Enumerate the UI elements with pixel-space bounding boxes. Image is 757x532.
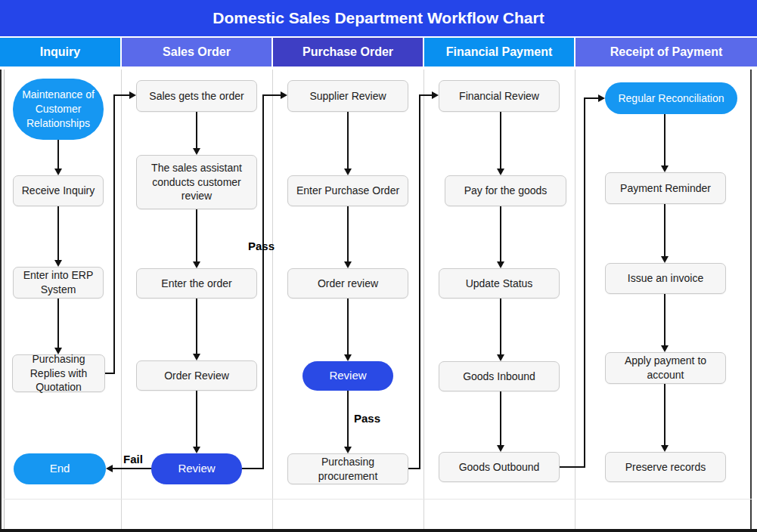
lane-header-financial-payment: Financial Payment — [424, 38, 574, 66]
node-regular-reconciliation[interactable]: Regular Reconciliation — [605, 82, 737, 114]
arrowhead-left — [106, 465, 113, 472]
arrowhead-down — [54, 348, 62, 354]
connector-procurement-to-financial — [419, 94, 420, 469]
node-issue-an-invoice[interactable]: Issue an invoice — [605, 263, 726, 294]
lane-divider — [423, 70, 424, 529]
edge-label-fail: Fail — [123, 453, 143, 466]
node-receive-inquiry[interactable]: Receive Inquiry — [13, 175, 104, 206]
chart-inner-bottom-line — [4, 499, 752, 500]
arrowhead-down — [497, 445, 504, 452]
connector-review-to-supplier — [262, 94, 281, 96]
node-enter-the-order[interactable]: Enter the order — [136, 268, 257, 298]
arrowhead-down — [661, 345, 669, 352]
arrow-line — [500, 298, 501, 355]
arrow-line — [347, 112, 349, 169]
arrow-line — [347, 391, 349, 447]
arrowhead-down — [193, 261, 200, 268]
arrow-line — [196, 209, 197, 262]
node-enter-into-erp-system[interactable]: Enter into ERP System — [13, 267, 104, 298]
node-apply-payment-to-account[interactable]: Apply payment to account — [605, 352, 726, 384]
connector-procurement-to-financial — [419, 94, 433, 96]
page-title: Domestic Sales Department Workflow Chart — [0, 0, 757, 36]
arrow-line — [500, 112, 501, 169]
arrow-line — [500, 391, 501, 446]
connector-review-to-end — [113, 468, 151, 469]
connector-quotation-to-sales — [113, 95, 115, 374]
arrow-line — [196, 391, 197, 447]
connector-outbound-to-reconciliation — [584, 97, 585, 468]
connector-review-to-supplier — [242, 468, 264, 469]
node-update-status[interactable]: Update Status — [439, 268, 560, 298]
arrowhead-down — [54, 260, 62, 267]
arrowhead-down — [344, 261, 352, 268]
arrowhead-down — [497, 169, 504, 175]
arrowhead-down — [344, 354, 352, 361]
lane-divider — [121, 70, 122, 529]
arrow-line — [664, 114, 665, 166]
arrow-line — [664, 294, 665, 346]
node-purchasing-replies-with-quotation[interactable]: Purchasing Replies with Quotation — [12, 354, 105, 392]
node-preserve-records[interactable]: Preserve records — [605, 452, 726, 482]
arrow-line — [664, 384, 665, 446]
node-enter-purchase-order[interactable]: Enter Purchase Order — [287, 175, 408, 206]
node-review-purchase[interactable]: Review — [302, 361, 393, 391]
node-order-review-purchase[interactable]: Order review — [287, 268, 408, 298]
connector-outbound-to-reconciliation — [560, 466, 585, 468]
arrowhead-down — [661, 256, 669, 263]
chart-border-bottom — [0, 529, 757, 532]
arrow-line — [196, 298, 197, 354]
node-payment-reminder[interactable]: Payment Reminder — [605, 172, 726, 204]
connector-outbound-to-reconciliation — [584, 97, 599, 99]
arrowhead-down — [193, 148, 200, 155]
lane-header-purchase-order: Purchase Order — [273, 38, 423, 66]
arrow-line — [57, 298, 59, 348]
node-financial-review[interactable]: Financial Review — [439, 80, 560, 112]
lane-divider — [575, 70, 576, 529]
lane-header-inquiry: Inquiry — [0, 38, 120, 66]
arrowhead-down — [661, 165, 669, 172]
arrowhead-right — [432, 91, 439, 99]
arrowhead-down — [193, 447, 200, 453]
node-supplier-review[interactable]: Supplier Review — [287, 80, 408, 112]
arrowhead-right — [129, 91, 136, 99]
connector-review-to-supplier — [262, 94, 264, 469]
node-review-sales[interactable]: Review — [151, 453, 242, 484]
node-order-review-sales[interactable]: Order Review — [136, 360, 257, 391]
edge-label-pass: Pass — [248, 240, 275, 252]
workflow-chart: Domestic Sales Department Workflow Chart… — [0, 0, 757, 532]
lane-divider — [272, 70, 273, 529]
node-sales-assistant-customer-review[interactable]: The sales assistant conducts customer re… — [136, 155, 257, 209]
node-goods-outbound[interactable]: Goods Outbound — [439, 452, 560, 482]
arrowhead-down — [54, 169, 62, 175]
arrow-line — [500, 206, 501, 262]
arrowhead-down — [344, 447, 352, 453]
node-maintenance-of-customer-relationships[interactable]: Maintenance of Customer Relationships — [13, 79, 104, 140]
node-end[interactable]: End — [14, 453, 106, 484]
edge-label-pass: Pass — [354, 412, 380, 425]
arrowhead-down — [344, 169, 352, 175]
connector-quotation-to-sales — [113, 94, 130, 96]
node-goods-inbound[interactable]: Goods Inbound — [439, 361, 560, 391]
lane-header-receipt-of-payment: Receipt of Payment — [576, 38, 757, 66]
arrowhead-down — [497, 354, 504, 361]
arrow-line — [196, 112, 197, 149]
arrowhead-down — [193, 354, 200, 360]
arrow-line — [347, 298, 349, 355]
arrowhead-down — [661, 445, 669, 452]
lane-header-sales-order: Sales Order — [122, 38, 271, 66]
chart-border-left — [0, 70, 2, 532]
arrow-line — [664, 204, 665, 257]
arrowhead-down — [497, 261, 504, 268]
arrowhead-right — [598, 94, 605, 102]
node-purchasing-procurement[interactable]: Purchasing procurement — [287, 453, 408, 484]
arrowhead-right — [281, 91, 287, 99]
arrow-line — [57, 206, 59, 261]
node-sales-gets-the-order[interactable]: Sales gets the order — [136, 80, 257, 112]
arrow-line — [57, 140, 59, 169]
node-pay-for-the-goods[interactable]: Pay for the goods — [445, 175, 566, 206]
arrow-line — [347, 206, 349, 262]
